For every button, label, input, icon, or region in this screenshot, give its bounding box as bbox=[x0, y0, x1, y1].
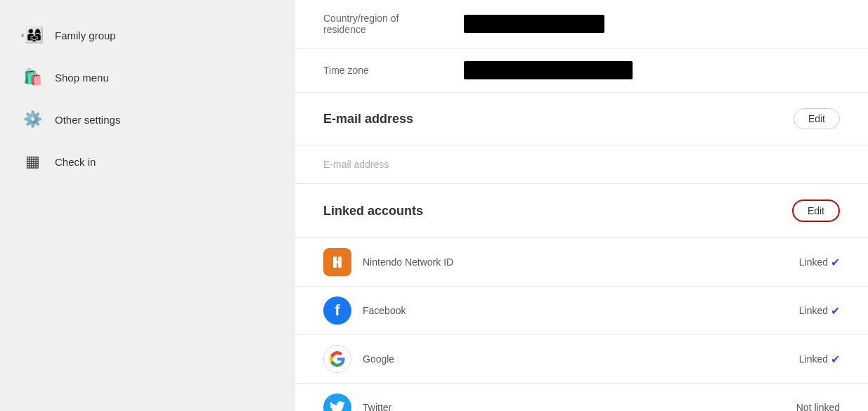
sidebar-label-other-settings: Other settings bbox=[55, 114, 120, 126]
twitter-account-name: Twitter bbox=[363, 402, 796, 411]
sidebar: 👨‍👩‍👧 Family group 🛍️ Shop menu ⚙️ Other… bbox=[0, 0, 295, 411]
country-field-row: Country/region ofresidence bbox=[295, 0, 868, 48]
nintendo-account-status: Linked ✔ bbox=[799, 256, 840, 269]
svg-point-0 bbox=[22, 34, 22, 34]
family-icon: 👨‍👩‍👧 bbox=[21, 24, 44, 46]
country-value bbox=[464, 15, 604, 33]
sidebar-item-check-in[interactable]: ▦ Check in bbox=[0, 141, 295, 183]
timezone-field-row: Time zone bbox=[295, 48, 868, 93]
sidebar-label-check-in: Check in bbox=[55, 156, 96, 168]
country-label: Country/region ofresidence bbox=[323, 13, 464, 35]
email-edit-button[interactable]: Edit bbox=[793, 108, 840, 129]
email-section-header: E-mail address Edit bbox=[295, 93, 868, 145]
nintendo-icon bbox=[323, 248, 351, 276]
shop-icon: 🛍️ bbox=[21, 66, 44, 89]
linked-accounts-title: Linked accounts bbox=[323, 204, 423, 218]
google-account-status: Linked ✔ bbox=[799, 353, 840, 366]
settings-icon: ⚙️ bbox=[21, 108, 44, 131]
linked-accounts-section-header: Linked accounts Edit bbox=[295, 184, 868, 238]
twitter-account-status: Not linked bbox=[796, 402, 840, 411]
google-check-icon: ✔ bbox=[831, 353, 840, 366]
facebook-check-icon: ✔ bbox=[831, 304, 840, 318]
sidebar-label-family-group: Family group bbox=[55, 30, 116, 41]
facebook-account-name: Facebook bbox=[363, 305, 799, 316]
list-item: f Facebook Linked ✔ bbox=[295, 287, 868, 335]
sidebar-label-shop-menu: Shop menu bbox=[55, 72, 109, 84]
linked-accounts-edit-button[interactable]: Edit bbox=[792, 200, 840, 222]
svg-point-1 bbox=[23, 34, 24, 35]
email-section-title: E-mail address bbox=[323, 112, 413, 126]
nintendo-account-name: Nintendo Network ID bbox=[363, 256, 799, 268]
email-row: E-mail address bbox=[295, 145, 868, 184]
list-item: Google Linked ✔ bbox=[295, 335, 868, 384]
sidebar-item-other-settings[interactable]: ⚙️ Other settings bbox=[0, 98, 295, 141]
twitter-icon bbox=[323, 393, 351, 411]
timezone-value bbox=[464, 61, 633, 79]
timezone-label: Time zone bbox=[323, 65, 464, 76]
sidebar-item-shop-menu[interactable]: 🛍️ Shop menu bbox=[0, 56, 295, 98]
google-account-name: Google bbox=[363, 353, 799, 365]
main-content: Country/region ofresidence Time zone E-m… bbox=[295, 0, 868, 411]
list-item: Nintendo Network ID Linked ✔ bbox=[295, 238, 868, 287]
email-placeholder: E-mail address bbox=[323, 159, 389, 170]
list-item: Twitter Not linked bbox=[295, 384, 868, 411]
google-icon bbox=[323, 345, 351, 373]
sidebar-item-family-group[interactable]: 👨‍👩‍👧 Family group bbox=[0, 14, 295, 56]
facebook-icon: f bbox=[323, 296, 351, 325]
nintendo-check-icon: ✔ bbox=[831, 256, 840, 269]
checkin-icon: ▦ bbox=[21, 150, 44, 173]
facebook-account-status: Linked ✔ bbox=[799, 304, 840, 318]
